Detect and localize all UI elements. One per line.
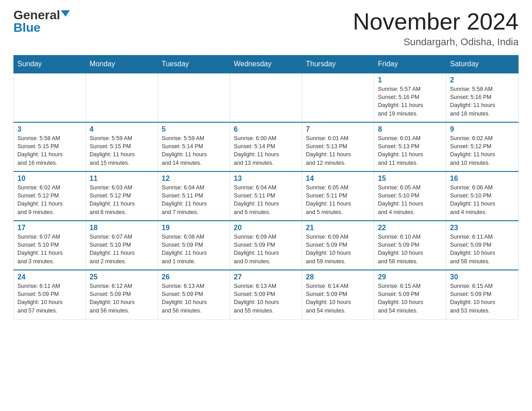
day-number: 9 [450, 125, 515, 133]
calendar-cell: 2Sunrise: 5:58 AM Sunset: 5:16 PM Daylig… [446, 73, 519, 122]
weekday-header-thursday: Thursday [302, 56, 374, 73]
calendar-cell: 14Sunrise: 6:05 AM Sunset: 5:11 PM Dayli… [302, 171, 374, 221]
calendar-cell: 23Sunrise: 6:11 AM Sunset: 5:09 PM Dayli… [446, 221, 519, 270]
day-info: Sunrise: 6:00 AM Sunset: 5:14 PM Dayligh… [234, 134, 298, 167]
calendar-week-row: 24Sunrise: 6:11 AM Sunset: 5:09 PM Dayli… [14, 270, 519, 319]
day-number: 15 [378, 175, 442, 183]
day-number: 14 [306, 175, 370, 183]
day-number: 18 [90, 224, 154, 232]
day-info: Sunrise: 6:04 AM Sunset: 5:11 PM Dayligh… [234, 184, 298, 216]
day-number: 10 [17, 175, 82, 183]
calendar-cell: 13Sunrise: 6:04 AM Sunset: 5:11 PM Dayli… [230, 171, 302, 221]
day-number: 24 [17, 273, 82, 281]
day-info: Sunrise: 6:04 AM Sunset: 5:11 PM Dayligh… [162, 184, 226, 216]
day-info: Sunrise: 6:14 AM Sunset: 5:09 PM Dayligh… [306, 282, 370, 315]
calendar-cell: 5Sunrise: 5:59 AM Sunset: 5:14 PM Daylig… [158, 122, 230, 171]
day-number: 13 [234, 175, 298, 183]
day-info: Sunrise: 6:01 AM Sunset: 5:13 PM Dayligh… [378, 134, 442, 167]
day-number: 29 [378, 273, 442, 281]
day-info: Sunrise: 5:57 AM Sunset: 5:16 PM Dayligh… [378, 85, 442, 118]
day-number: 28 [306, 273, 370, 281]
calendar-cell [14, 73, 86, 122]
day-info: Sunrise: 6:03 AM Sunset: 5:12 PM Dayligh… [90, 184, 154, 216]
day-number: 26 [162, 273, 226, 281]
weekday-header-wednesday: Wednesday [230, 56, 302, 73]
weekday-header-tuesday: Tuesday [158, 56, 230, 73]
calendar-cell: 16Sunrise: 6:06 AM Sunset: 5:10 PM Dayli… [446, 171, 519, 221]
weekday-header-saturday: Saturday [446, 56, 519, 73]
weekday-header-row: SundayMondayTuesdayWednesdayThursdayFrid… [14, 56, 519, 73]
calendar-cell: 15Sunrise: 6:05 AM Sunset: 5:10 PM Dayli… [374, 171, 446, 221]
day-number: 5 [162, 125, 226, 133]
day-number: 17 [17, 224, 82, 232]
calendar-week-row: 10Sunrise: 6:02 AM Sunset: 5:12 PM Dayli… [14, 171, 519, 221]
day-info: Sunrise: 5:58 AM Sunset: 5:15 PM Dayligh… [17, 134, 82, 167]
day-info: Sunrise: 6:11 AM Sunset: 5:09 PM Dayligh… [450, 233, 515, 265]
day-info: Sunrise: 6:15 AM Sunset: 5:09 PM Dayligh… [378, 282, 442, 315]
calendar-cell [86, 73, 158, 122]
weekday-header-monday: Monday [86, 56, 158, 73]
calendar-cell: 25Sunrise: 6:12 AM Sunset: 5:09 PM Dayli… [86, 270, 158, 319]
day-number: 12 [162, 175, 226, 183]
calendar-cell: 27Sunrise: 6:13 AM Sunset: 5:09 PM Dayli… [230, 270, 302, 319]
calendar-cell: 30Sunrise: 6:15 AM Sunset: 5:09 PM Dayli… [446, 270, 519, 319]
day-info: Sunrise: 6:05 AM Sunset: 5:11 PM Dayligh… [306, 184, 370, 216]
day-info: Sunrise: 6:13 AM Sunset: 5:09 PM Dayligh… [162, 282, 226, 315]
day-info: Sunrise: 6:01 AM Sunset: 5:13 PM Dayligh… [306, 134, 370, 167]
day-info: Sunrise: 6:02 AM Sunset: 5:12 PM Dayligh… [450, 134, 515, 167]
calendar-week-row: 3Sunrise: 5:58 AM Sunset: 5:15 PM Daylig… [14, 122, 519, 171]
calendar-cell [158, 73, 230, 122]
day-info: Sunrise: 5:59 AM Sunset: 5:15 PM Dayligh… [90, 134, 154, 167]
day-info: Sunrise: 6:09 AM Sunset: 5:09 PM Dayligh… [306, 233, 370, 265]
day-info: Sunrise: 6:09 AM Sunset: 5:09 PM Dayligh… [234, 233, 298, 265]
day-number: 1 [378, 76, 442, 84]
day-number: 19 [162, 224, 226, 232]
calendar-cell: 10Sunrise: 6:02 AM Sunset: 5:12 PM Dayli… [14, 171, 86, 221]
day-number: 21 [306, 224, 370, 232]
day-info: Sunrise: 6:06 AM Sunset: 5:10 PM Dayligh… [450, 184, 515, 216]
calendar-week-row: 1Sunrise: 5:57 AM Sunset: 5:16 PM Daylig… [14, 73, 519, 122]
weekday-header-sunday: Sunday [14, 56, 86, 73]
calendar-cell: 7Sunrise: 6:01 AM Sunset: 5:13 PM Daylig… [302, 122, 374, 171]
calendar-cell: 24Sunrise: 6:11 AM Sunset: 5:09 PM Dayli… [14, 270, 86, 319]
day-number: 7 [306, 125, 370, 133]
day-number: 30 [450, 273, 515, 281]
calendar-cell: 29Sunrise: 6:15 AM Sunset: 5:09 PM Dayli… [374, 270, 446, 319]
day-info: Sunrise: 6:15 AM Sunset: 5:09 PM Dayligh… [450, 282, 515, 315]
calendar-cell: 11Sunrise: 6:03 AM Sunset: 5:12 PM Dayli… [86, 171, 158, 221]
calendar-title: November 2024 [353, 9, 519, 34]
day-number: 20 [234, 224, 298, 232]
day-number: 25 [90, 273, 154, 281]
day-info: Sunrise: 6:13 AM Sunset: 5:09 PM Dayligh… [234, 282, 298, 315]
calendar-cell: 19Sunrise: 6:08 AM Sunset: 5:09 PM Dayli… [158, 221, 230, 270]
calendar-cell: 1Sunrise: 5:57 AM Sunset: 5:16 PM Daylig… [374, 73, 446, 122]
header: General Blue November 2024 Sundargarh, O… [13, 9, 519, 48]
calendar-cell: 26Sunrise: 6:13 AM Sunset: 5:09 PM Dayli… [158, 270, 230, 319]
day-info: Sunrise: 6:08 AM Sunset: 5:09 PM Dayligh… [162, 233, 226, 265]
day-number: 16 [450, 175, 515, 183]
day-info: Sunrise: 6:02 AM Sunset: 5:12 PM Dayligh… [17, 184, 82, 216]
day-number: 2 [450, 76, 515, 84]
calendar-cell: 22Sunrise: 6:10 AM Sunset: 5:09 PM Dayli… [374, 221, 446, 270]
calendar-cell: 17Sunrise: 6:07 AM Sunset: 5:10 PM Dayli… [14, 221, 86, 270]
calendar-cell: 12Sunrise: 6:04 AM Sunset: 5:11 PM Dayli… [158, 171, 230, 221]
weekday-header-friday: Friday [374, 56, 446, 73]
day-number: 11 [90, 175, 154, 183]
day-number: 4 [90, 125, 154, 133]
day-number: 22 [378, 224, 442, 232]
calendar-cell: 28Sunrise: 6:14 AM Sunset: 5:09 PM Dayli… [302, 270, 374, 319]
calendar-week-row: 17Sunrise: 6:07 AM Sunset: 5:10 PM Dayli… [14, 221, 519, 270]
day-number: 27 [234, 273, 298, 281]
day-info: Sunrise: 6:07 AM Sunset: 5:10 PM Dayligh… [90, 233, 154, 265]
calendar-cell: 6Sunrise: 6:00 AM Sunset: 5:14 PM Daylig… [230, 122, 302, 171]
day-number: 3 [17, 125, 82, 133]
calendar-cell: 21Sunrise: 6:09 AM Sunset: 5:09 PM Dayli… [302, 221, 374, 270]
calendar-subtitle: Sundargarh, Odisha, India [353, 36, 519, 48]
day-info: Sunrise: 6:10 AM Sunset: 5:09 PM Dayligh… [378, 233, 442, 265]
day-info: Sunrise: 6:07 AM Sunset: 5:10 PM Dayligh… [17, 233, 82, 265]
logo: General Blue [13, 9, 70, 34]
day-number: 23 [450, 224, 515, 232]
calendar-cell [230, 73, 302, 122]
calendar-cell: 4Sunrise: 5:59 AM Sunset: 5:15 PM Daylig… [86, 122, 158, 171]
calendar-cell: 20Sunrise: 6:09 AM Sunset: 5:09 PM Dayli… [230, 221, 302, 270]
